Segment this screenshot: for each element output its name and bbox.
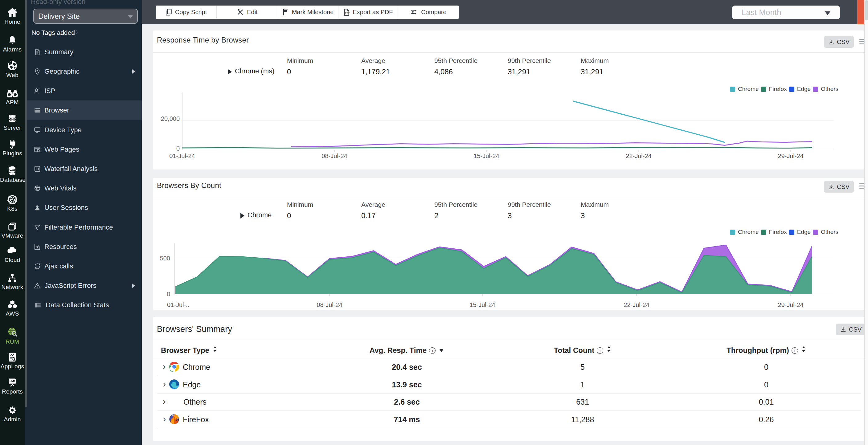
svg-text:PDF: PDF [345, 12, 349, 14]
svg-text:08-Jul-24: 08-Jul-24 [321, 153, 347, 159]
svg-text:20,000: 20,000 [161, 115, 180, 122]
svg-text:29-Jul-24: 29-Jul-24 [778, 153, 803, 159]
svg-text:29-Jul-24: 29-Jul-24 [778, 301, 803, 308]
svg-text:08-Jul-24: 08-Jul-24 [316, 301, 342, 308]
svg-text:500: 500 [160, 255, 170, 262]
svg-text:22-Jul-24: 22-Jul-24 [626, 153, 651, 159]
svg-text:01-Jul-..: 01-Jul-.. [167, 301, 189, 308]
svg-text:0: 0 [167, 291, 170, 297]
svg-text:15-Jul-24: 15-Jul-24 [473, 153, 499, 159]
svg-text:0: 0 [176, 145, 180, 152]
svg-text:01-Jul-24: 01-Jul-24 [169, 153, 195, 159]
svg-text:15-Jul-24: 15-Jul-24 [469, 301, 495, 308]
svg-text:22-Jul-24: 22-Jul-24 [624, 301, 649, 308]
